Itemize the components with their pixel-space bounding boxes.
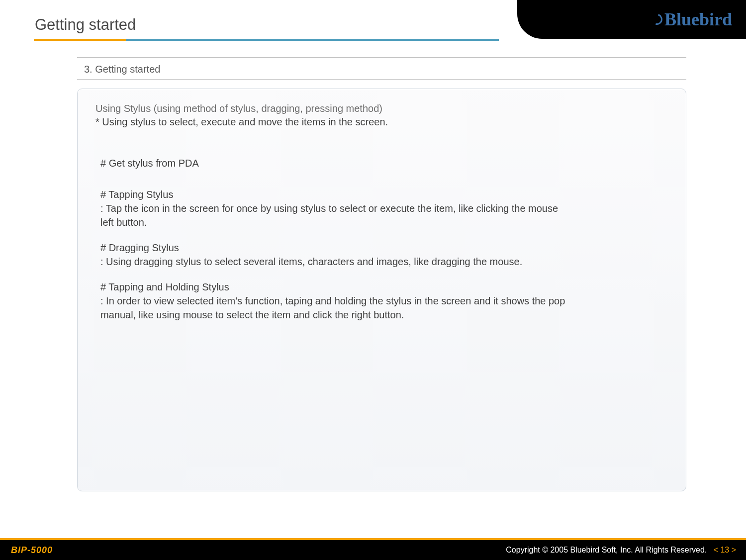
list-item: # Tapping and Holding Stylus : In order … — [95, 281, 668, 322]
section-divider-top — [77, 57, 686, 58]
list-item: # Tapping Stylus : Tap the icon in the s… — [95, 189, 668, 229]
list-item: # Dragging Stylus : Using dragging stylu… — [95, 242, 668, 269]
footer: BIP-5000 Copyright © 2005 Bluebird Soft,… — [0, 540, 746, 560]
logo-banner: Bluebird — [517, 0, 746, 39]
footer-page-number: < 13 > — [714, 546, 736, 554]
list-item: # Get stylus from PDA — [95, 158, 668, 169]
item-description: : Using dragging stylus to select severa… — [95, 255, 668, 269]
intro-subtitle: * Using stylus to select, execute and mo… — [95, 116, 668, 128]
footer-model: BIP-5000 — [11, 545, 53, 556]
header: Getting started Bluebird — [0, 0, 746, 45]
item-heading: # Tapping Stylus — [95, 189, 668, 200]
footer-copyright-block: Copyright © 2005 Bluebird Soft, Inc. All… — [506, 546, 736, 555]
intro-title: Using Stylus (using method of stylus, dr… — [95, 103, 668, 114]
content-box: Using Stylus (using method of stylus, dr… — [77, 89, 686, 491]
logo-swoosh-icon — [650, 12, 664, 27]
item-heading: # Dragging Stylus — [95, 242, 668, 254]
section-divider-bottom — [77, 79, 686, 80]
item-heading: # Get stylus from PDA — [95, 158, 668, 169]
item-description: : Tap the icon in the screen for once by… — [95, 201, 668, 229]
footer-copyright: Copyright © 2005 Bluebird Soft, Inc. All… — [506, 546, 707, 554]
item-description: : In order to view selected item's funct… — [95, 294, 668, 322]
brand-logo-text: Bluebird — [664, 9, 732, 30]
content-wrapper: 3. Getting started Using Stylus (using m… — [0, 45, 746, 491]
title-underline-accent — [34, 39, 126, 41]
section-title: 3. Getting started — [77, 64, 686, 75]
item-heading: # Tapping and Holding Stylus — [95, 281, 668, 293]
page-title: Getting started — [35, 16, 136, 34]
